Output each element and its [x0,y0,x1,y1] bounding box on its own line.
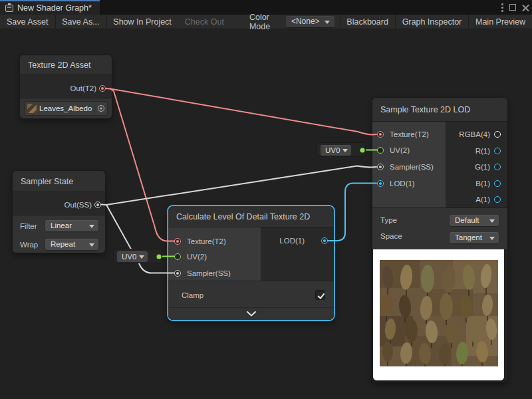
texture-thumbnail-icon [27,104,37,113]
port-label-b: B(1) [475,180,490,188]
port-in-uv[interactable] [174,253,181,260]
node-title: Calculate Level Of Detail Texture 2D [176,212,310,221]
type-label: Type [380,216,397,224]
collapse-preview-button[interactable] [168,307,334,320]
node-title: Sample Texture 2D LOD [380,105,470,114]
save-as-button[interactable]: Save As... [55,15,106,29]
port-label-texture: Texture(T2) [187,237,226,245]
port-out-t2[interactable] [99,85,106,92]
port-label-a: A(1) [475,196,490,203]
port-label-sampler: Sampler(SS) [390,163,434,171]
blackboard-button[interactable]: Blackboard [340,15,395,29]
graph-inspector-button[interactable]: Graph Inspector [396,15,469,29]
maximize-icon[interactable] [509,4,516,11]
port-label-g: G(1) [475,163,490,171]
port-in-texture[interactable] [174,238,181,245]
port-in-lod[interactable] [377,180,384,187]
node-header[interactable]: Sampler State [13,171,105,192]
clamp-label: Clamp [182,291,203,299]
graph-tab[interactable]: New Shader Graph* [0,0,100,15]
port-label-uv: UV(2) [187,253,207,261]
edge-sampler-to-sample[interactable] [101,166,376,205]
show-in-project-button[interactable]: Show In Project [106,15,178,29]
node-header[interactable]: Calculate Level Of Detail Texture 2D [168,206,334,227]
node-calculate-lod[interactable]: Calculate Level Of Detail Texture 2D Tex… [168,206,334,320]
port-label-rgba: RGBA(4) [459,130,490,138]
node-header[interactable]: Texture 2D Asset [20,55,112,75]
toolbar: Save Asset Save As... Show In Project Ch… [0,15,532,29]
port-label-sampler: Sampler(SS) [187,269,231,277]
space-dropdown[interactable]: Tangent [450,232,499,243]
wrap-dropdown[interactable]: Repeat [45,239,98,250]
node-title: Texture 2D Asset [28,61,91,70]
chevron-down-icon [247,311,256,317]
port-out-ss[interactable] [94,201,101,208]
port-out-a[interactable] [494,196,501,203]
port-out-r[interactable] [494,148,501,154]
leaves-texture-preview [373,249,504,380]
object-picker-button[interactable] [94,102,107,115]
edge-texture-to-sample[interactable] [106,88,376,135]
clamp-checkbox[interactable] [315,290,325,300]
uv-channel-widget: UV0 [113,249,162,263]
port-label-lod: LOD(1) [390,180,415,188]
main-preview-button[interactable]: Main Preview [469,15,532,29]
edge-lod-to-sample[interactable] [328,184,376,241]
uv-channel-widget: UV0 [317,142,366,157]
uv-widget-port[interactable] [157,255,162,259]
port-label-texture: Texture(T2) [390,130,429,138]
close-icon[interactable] [522,4,529,11]
type-dropdown[interactable]: Default [450,215,499,226]
wrap-label: Wrap [20,241,38,249]
check-out-button: Check Out [178,15,231,29]
node-preview-image [373,249,504,380]
window-menu-icon[interactable] [501,3,503,12]
shader-graph-icon [5,5,13,12]
color-mode-dropdown[interactable]: <None> [286,16,334,27]
port-out-b[interactable] [494,180,501,187]
port-in-sampler[interactable] [377,164,384,170]
uv-widget-port[interactable] [360,148,365,153]
filter-dropdown[interactable]: Linear [45,220,98,231]
port-label-out-ss: Out(SS) [64,201,92,209]
tab-title: New Shader Graph* [17,3,92,13]
space-label: Space [380,232,402,240]
node-header[interactable]: Sample Texture 2D LOD [372,98,507,122]
node-texture-2d-asset[interactable]: Texture 2D Asset Out(T2) Leaves_Albedo [20,55,112,118]
edge-texture-to-calc[interactable] [110,89,174,241]
port-in-uv[interactable] [377,147,384,154]
uv-channel-dropdown[interactable]: UV0 [321,145,351,156]
port-label-r: R(1) [475,147,490,155]
node-sample-texture-2d-lod[interactable]: Sample Texture 2D LOD Texture(T2) UV(2) … [372,98,507,382]
port-label-uv: UV(2) [390,146,410,154]
port-out-rgba[interactable] [494,131,501,138]
port-in-sampler[interactable] [174,270,181,277]
port-out-g[interactable] [494,164,501,170]
port-out-lod[interactable] [321,237,328,244]
uv-channel-dropdown[interactable]: UV0 [117,251,148,262]
color-mode-label: Color Mode [231,13,286,31]
texture-asset-field[interactable]: Leaves_Albedo [24,101,108,116]
save-asset-button[interactable]: Save Asset [0,15,55,29]
node-title: Sampler State [21,177,73,186]
filter-label: Filter [20,222,37,230]
texture-asset-name: Leaves_Albedo [39,104,94,112]
port-label-out-t2: Out(T2) [70,84,96,92]
shader-graph-window: New Shader Graph* Save Asset Save As... … [0,0,532,399]
object-picker-icon [98,105,104,112]
port-label-lod-out: LOD(1) [279,237,305,245]
port-in-texture[interactable] [377,131,384,138]
node-sampler-state[interactable]: Sampler State Out(SS) Filter Linear Wrap… [13,171,105,253]
